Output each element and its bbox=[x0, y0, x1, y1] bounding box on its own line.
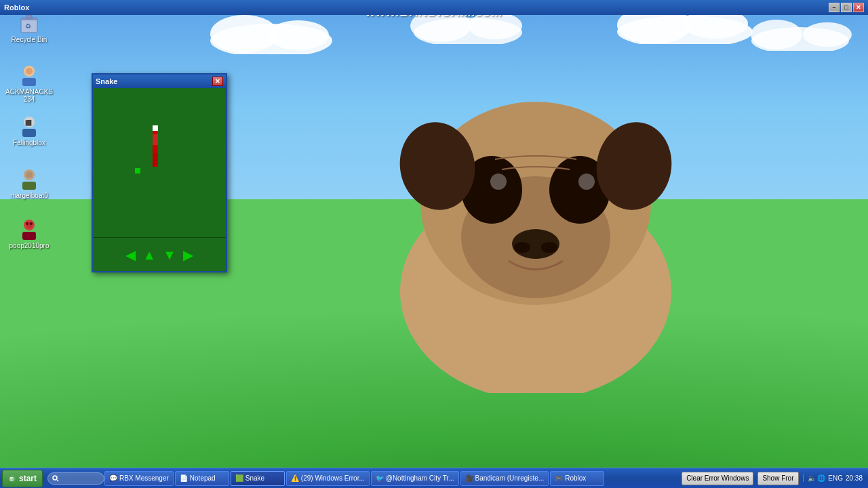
snake-body-1 bbox=[153, 134, 158, 145]
search-icon bbox=[52, 475, 59, 482]
svg-line-47 bbox=[57, 480, 58, 481]
snake-down-button[interactable]: ▼ bbox=[163, 248, 176, 262]
start-button[interactable]: ⊞ start bbox=[2, 470, 43, 487]
snake-controls: ◀ ▲ ▼ ▶ bbox=[93, 237, 226, 271]
clear-error-label: Clear Error Windows bbox=[686, 474, 749, 482]
fallingblox-icon: ⬛ bbox=[18, 115, 40, 137]
search-input[interactable] bbox=[59, 475, 100, 482]
desktop-icon-ackmanacks[interactable]: ACKMANACKS234 bbox=[5, 64, 53, 103]
svg-point-46 bbox=[53, 476, 57, 480]
desktop-icon-recycle[interactable]: ♻ Recycle Bin bbox=[5, 12, 53, 43]
taskbar-right: Clear Error Windows Show Fror 🔈 🌐 ENG 20… bbox=[676, 472, 868, 485]
snake-up-button[interactable]: ▲ bbox=[142, 248, 156, 262]
taskbar: ⊞ start 💬 RBX Messenger 📄 Notepad bbox=[0, 468, 868, 488]
bandicam-taskbar-label: Bandicam (Unregiste... bbox=[475, 474, 545, 482]
svg-text:⊞: ⊞ bbox=[9, 476, 14, 481]
snake-head bbox=[153, 125, 158, 131]
svg-rect-37 bbox=[22, 182, 36, 190]
svg-point-25 bbox=[566, 342, 627, 376]
ackmanacks-label: ACKMANACKS234 bbox=[5, 88, 53, 103]
snake-label-taskbar: Snake bbox=[245, 474, 264, 482]
rbx-icon: 💬 bbox=[109, 474, 117, 482]
svg-rect-31 bbox=[22, 78, 36, 86]
bandicam-taskbar-icon: 🎥 bbox=[465, 474, 473, 482]
svg-point-18 bbox=[578, 174, 595, 190]
snake-title: Snake bbox=[96, 77, 212, 85]
taskbar-search[interactable] bbox=[47, 472, 104, 485]
snake-window: Snake ✕ ◀ ▲ ▼ ▶ bbox=[92, 73, 227, 272]
windows-error-icon: ⚠️ bbox=[291, 474, 299, 482]
tray-icons: 🔈 🌐 bbox=[808, 474, 826, 482]
roblox-taskbar-icon: 🎮 bbox=[555, 474, 563, 482]
snake-icon-taskbar: 🟩 bbox=[235, 474, 243, 482]
svg-point-10 bbox=[751, 20, 802, 49]
snake-titlebar[interactable]: Snake ✕ bbox=[93, 75, 226, 88]
desktop: www.BANDICAM.com ♻ Recycle Bin ACKMANACK… bbox=[0, 0, 868, 488]
snake-left-button[interactable]: ◀ bbox=[125, 248, 136, 262]
svg-point-21 bbox=[541, 242, 557, 253]
notepad-icon: 📄 bbox=[180, 474, 188, 482]
svg-rect-28 bbox=[26, 15, 32, 18]
pug-image bbox=[339, 54, 732, 393]
taskbar-item-notepad[interactable]: 📄 Notepad bbox=[175, 471, 229, 486]
ackmanacks-icon bbox=[18, 64, 40, 86]
windows-error-label: (29) Windows Error... bbox=[301, 474, 365, 482]
clear-error-button[interactable]: Clear Error Windows bbox=[682, 472, 753, 485]
svg-point-1 bbox=[210, 15, 278, 53]
desktop-icon-fallingblox[interactable]: ⬛ Fallingblox bbox=[5, 115, 53, 146]
language-indicator: ENG bbox=[828, 474, 843, 482]
notepad-label: Notepad bbox=[190, 474, 216, 482]
svg-point-32 bbox=[26, 68, 33, 75]
system-clock: 20:38 bbox=[846, 474, 863, 482]
svg-text:⬛: ⬛ bbox=[25, 119, 32, 126]
taskbar-item-windows-error[interactable]: ⚠️ (29) Windows Error... bbox=[286, 471, 370, 486]
desktop-icon-poop[interactable]: poop2010pro bbox=[5, 218, 53, 249]
poop-label: poop2010pro bbox=[9, 242, 50, 249]
show-error-label: Show Fror bbox=[762, 474, 793, 482]
snake-body-3 bbox=[153, 153, 158, 167]
svg-point-17 bbox=[490, 174, 507, 190]
snake-close-button[interactable]: ✕ bbox=[212, 77, 223, 86]
window-controls: – □ ✕ bbox=[829, 3, 864, 12]
poop-icon bbox=[18, 218, 40, 240]
snake-game-area bbox=[93, 88, 226, 237]
fallingblox-label: Fallingblox bbox=[13, 139, 45, 146]
recycle-bin-label: Recycle Bin bbox=[12, 36, 47, 43]
start-icon: ⊞ bbox=[8, 474, 16, 483]
maximize-button[interactable]: □ bbox=[841, 3, 852, 12]
taskbar-item-snake[interactable]: 🟩 Snake bbox=[231, 471, 285, 486]
close-button[interactable]: ✕ bbox=[853, 3, 864, 12]
desktop-icon-margelboat[interactable]: margelboat0 bbox=[5, 168, 53, 199]
svg-point-11 bbox=[803, 22, 852, 47]
margelboat-label: margelboat0 bbox=[10, 192, 48, 199]
svg-point-38 bbox=[26, 171, 33, 178]
start-label: start bbox=[19, 474, 37, 483]
snake-right-button[interactable]: ▶ bbox=[183, 248, 193, 262]
taskbar-item-roblox[interactable]: 🎮 Roblox bbox=[550, 471, 604, 486]
svg-rect-34 bbox=[22, 129, 36, 137]
cloud-1 bbox=[203, 14, 339, 54]
nottingham-label: @Nottingham City Tr... bbox=[386, 474, 454, 482]
roblox-taskbar-label: Roblox bbox=[565, 474, 586, 482]
svg-point-42 bbox=[26, 222, 28, 225]
window-titlebar: Roblox – □ ✕ bbox=[0, 0, 868, 15]
window-title: Roblox bbox=[4, 3, 829, 12]
svg-point-43 bbox=[30, 222, 33, 225]
svg-point-24 bbox=[444, 342, 505, 376]
rbx-label: RBX Messenger bbox=[119, 474, 169, 482]
taskbar-item-nottingham[interactable]: 🐦 @Nottingham City Tr... bbox=[371, 471, 459, 486]
cloud-4 bbox=[746, 17, 854, 51]
svg-point-20 bbox=[514, 242, 530, 253]
taskbar-items: 💬 RBX Messenger 📄 Notepad 🟩 Snake ⚠️ (29… bbox=[104, 471, 676, 486]
taskbar-item-rbx[interactable]: 💬 RBX Messenger bbox=[104, 471, 174, 486]
svg-point-2 bbox=[268, 20, 329, 50]
snake-body-2 bbox=[153, 145, 158, 153]
minimize-button[interactable]: – bbox=[829, 3, 840, 12]
taskbar-item-bandicam[interactable]: 🎥 Bandicam (Unregiste... bbox=[460, 471, 549, 486]
svg-text:♻: ♻ bbox=[25, 22, 31, 30]
recycle-bin-icon: ♻ bbox=[18, 12, 40, 34]
snake-food bbox=[135, 168, 140, 174]
margelboat-icon bbox=[18, 168, 40, 190]
svg-rect-40 bbox=[22, 232, 36, 240]
show-error-button[interactable]: Show Fror bbox=[757, 472, 798, 485]
